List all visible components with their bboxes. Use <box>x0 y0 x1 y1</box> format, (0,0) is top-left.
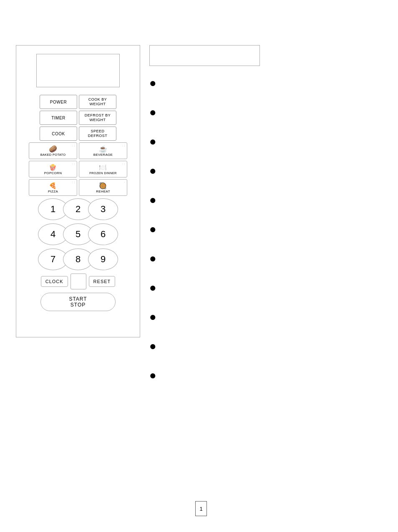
number-row-3: 7 8 9 <box>38 248 118 270</box>
defrost-by-weight-button[interactable]: DEFROST BYWEIGHT <box>79 111 116 125</box>
reheat-button[interactable]: 🥘 REHEAT · <box>79 179 127 196</box>
button-row-6: 🍕 PIZZA : : 🥘 REHEAT · <box>20 179 136 196</box>
number-row-2: 4 5 6 <box>38 223 118 245</box>
bullet-item-7: ● <box>149 253 383 264</box>
button-row-5: 🍿 POPCORN : : 🍽️ FROZEN DINNER : : <box>20 161 136 177</box>
bullet-item-10: ● <box>149 340 383 352</box>
baked-potato-button[interactable]: 🥔 BAKED POTATO : : <box>29 142 77 159</box>
bullet-item-5: ● <box>149 194 383 206</box>
bullet-dot-9: ● <box>149 311 156 323</box>
square-button[interactable] <box>71 274 86 289</box>
bullet-dot-10: ● <box>149 340 156 352</box>
bullet-item-2: ● <box>149 106 383 118</box>
bullet-dot-5: ● <box>149 194 156 206</box>
frozen-dinner-button[interactable]: 🍽️ FROZEN DINNER : : <box>79 161 127 177</box>
bullet-dot-8: ● <box>149 282 156 294</box>
speed-defrost-button[interactable]: SPEEDDEFROST <box>79 127 116 141</box>
bullet-dot-11: ● <box>149 370 156 381</box>
bullet-item-9: ● <box>149 311 383 323</box>
bullet-item-1: ● <box>149 77 383 89</box>
bullet-item-6: ● <box>149 223 383 235</box>
bullet-dot-4: ● <box>149 165 156 177</box>
num-btn-3[interactable]: 3 <box>88 198 118 220</box>
number-row-1: 1 2 3 <box>38 198 118 220</box>
control-panel-diagram: POWER COOK BYWEIGHT TIMER DEFROST BYWEIG… <box>16 45 140 337</box>
num-btn-9[interactable]: 9 <box>88 248 118 270</box>
bullet-item-3: ● <box>149 136 383 147</box>
clock-button[interactable]: CLOCK <box>41 276 68 287</box>
bullet-dot-6: ● <box>149 223 156 235</box>
bullet-item-4: ● <box>149 165 383 177</box>
cook-by-weight-button[interactable]: COOK BYWEIGHT <box>79 95 116 109</box>
microwave-display <box>36 54 120 87</box>
bullet-dot-2: ● <box>149 106 156 118</box>
button-row-4: 🥔 BAKED POTATO : : ☕ BEVERAGE : : <box>20 142 136 159</box>
reset-button[interactable]: RESET <box>89 276 116 287</box>
beverage-button[interactable]: ☕ BEVERAGE : : <box>79 142 127 159</box>
start-stop-button[interactable]: START STOP <box>40 293 116 311</box>
bottom-button-row: CLOCK RESET <box>41 274 116 289</box>
timer-button[interactable]: TIMER <box>40 111 77 125</box>
bullet-dot-3: ● <box>149 136 156 147</box>
bullet-list: ● ● ● ● ● ● ● ● ● ● ● <box>149 77 383 399</box>
right-display-box <box>149 45 260 66</box>
popcorn-button[interactable]: 🍿 POPCORN : : <box>29 161 77 177</box>
page-number: 1 <box>195 501 207 516</box>
bullet-dot-7: ● <box>149 253 156 264</box>
bullet-item-11: ● <box>149 370 383 381</box>
button-row-2: TIMER DEFROST BYWEIGHT <box>20 111 136 125</box>
bullet-item-8: ● <box>149 282 383 294</box>
num-btn-6[interactable]: 6 <box>88 223 118 245</box>
pizza-button[interactable]: 🍕 PIZZA : : <box>29 179 77 196</box>
power-button[interactable]: POWER <box>40 95 77 109</box>
bullet-dot-1: ● <box>149 77 156 89</box>
button-row-3: COOK SPEEDDEFROST <box>20 127 136 141</box>
button-row-1: POWER COOK BYWEIGHT <box>20 95 136 109</box>
cook-button[interactable]: COOK <box>40 127 77 141</box>
